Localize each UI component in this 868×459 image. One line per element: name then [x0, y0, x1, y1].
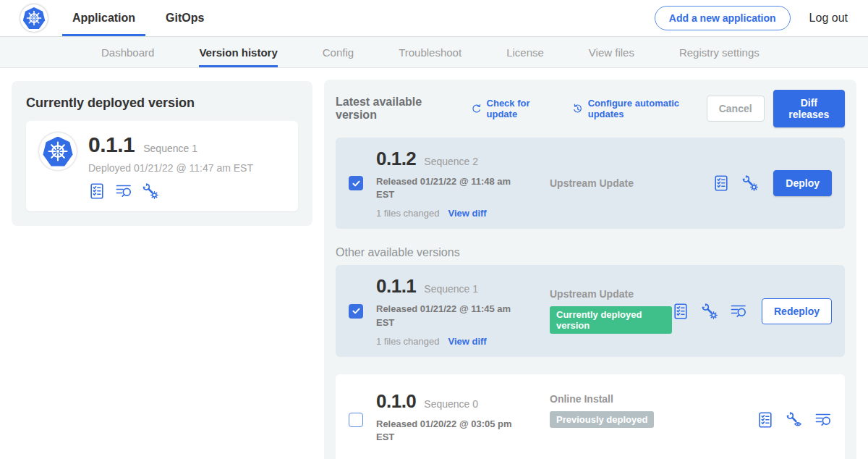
diff-releases-button[interactable]: Diff releases: [773, 90, 845, 127]
top-nav: Application GitOps Add a new application…: [0, 0, 868, 36]
edit-config-icon[interactable]: [142, 182, 159, 200]
release-notes-icon[interactable]: [712, 174, 730, 192]
version-row-0-1-0: 0.1.0 Sequence 0 Released 01/20/22 @ 03:…: [336, 374, 845, 459]
subnav-registry-settings[interactable]: Registry settings: [679, 37, 760, 67]
cancel-button[interactable]: Cancel: [707, 96, 765, 122]
tab-application[interactable]: Application: [62, 0, 145, 36]
version-source-label: Upstream Update: [550, 288, 672, 300]
available-versions-header: Latest available version Check for updat…: [336, 90, 845, 127]
files-changed-label: 1 files changed: [376, 208, 439, 219]
release-notes-icon[interactable]: [88, 182, 106, 200]
version-checkbox[interactable]: [349, 304, 363, 319]
deploy-button[interactable]: Deploy: [773, 170, 832, 196]
version-row-0-1-2: 0.1.2 Sequence 2 Released 01/21/22 @ 11:…: [336, 138, 845, 229]
configure-automatic-updates-link[interactable]: Configure automatic updates: [572, 98, 707, 119]
view-diff-link[interactable]: View diff: [448, 208, 486, 219]
deployed-sequence-label: Sequence 1: [143, 143, 197, 154]
subnav-license[interactable]: License: [506, 37, 544, 67]
refresh-icon: [471, 103, 482, 115]
release-notes-icon[interactable]: [757, 411, 774, 429]
subnav-version-history[interactable]: Version history: [199, 37, 277, 67]
top-nav-right: Add a new application Log out: [655, 6, 848, 30]
deployed-version-card: 0.1.1 Sequence 1 Deployed 01/21/22 @ 11:…: [26, 121, 298, 211]
top-nav-tabs: Application GitOps: [62, 0, 214, 36]
checkmark-icon: [351, 306, 362, 316]
redeploy-button[interactable]: Redeploy: [762, 298, 832, 324]
sequence-label: Sequence 0: [424, 398, 478, 410]
app-logo: [39, 132, 77, 170]
released-timestamp: Released 01/21/22 @ 11:48 am EST: [376, 175, 521, 201]
version-checkbox[interactable]: [349, 413, 363, 427]
preflight-results-icon[interactable]: [730, 303, 747, 320]
version-source-label: Upstream Update: [550, 177, 712, 189]
schedule-update-icon: [572, 103, 584, 115]
subnav-dashboard[interactable]: Dashboard: [101, 37, 154, 67]
version-number: 0.1.0: [376, 390, 416, 413]
add-new-application-button[interactable]: Add a new application: [655, 6, 791, 30]
previously-deployed-badge: Previously deployed: [550, 411, 654, 428]
preflight-results-icon[interactable]: [814, 411, 832, 429]
sequence-label: Sequence 1: [424, 283, 478, 295]
checkmark-icon: [351, 178, 362, 189]
subnav-troubleshoot[interactable]: Troubleshoot: [399, 37, 461, 67]
subnav-config[interactable]: Config: [323, 37, 354, 67]
kubernetes-icon: [43, 137, 73, 167]
check-for-update-link[interactable]: Check for update: [471, 98, 556, 119]
currently-deployed-badge: Currently deployed version: [550, 306, 672, 334]
preflight-results-icon[interactable]: [115, 182, 132, 200]
deployed-panel-title: Currently deployed version: [26, 96, 298, 111]
files-changed-label: 1 files changed: [376, 336, 439, 347]
tab-gitops[interactable]: GitOps: [156, 0, 214, 36]
app-logo: [20, 4, 48, 32]
view-config-icon[interactable]: [786, 411, 803, 429]
released-timestamp: Released 01/20/22 @ 03:05 pm EST: [376, 418, 521, 444]
other-versions-title: Other available versions: [336, 246, 845, 259]
kots-admin-console: Application GitOps Add a new application…: [0, 0, 868, 459]
log-out-button[interactable]: Log out: [809, 12, 848, 25]
available-versions-panel: Latest available version Check for updat…: [324, 80, 856, 459]
app-sub-nav: Dashboard Version history Config Trouble…: [0, 36, 868, 68]
version-number: 0.1.1: [376, 275, 416, 298]
released-timestamp: Released 01/21/22 @ 11:45 am EST: [376, 303, 521, 329]
edit-config-icon[interactable]: [741, 174, 759, 192]
sequence-label: Sequence 2: [424, 156, 478, 167]
kubernetes-icon: [23, 7, 46, 29]
version-number: 0.1.2: [376, 148, 416, 170]
subnav-view-files[interactable]: View files: [589, 37, 634, 67]
view-diff-link[interactable]: View diff: [448, 336, 486, 347]
deployed-version-number: 0.1.1: [88, 132, 135, 157]
currently-deployed-panel: Currently deployed version 0.1.1 Sequenc…: [12, 81, 312, 226]
deployed-timestamp: Deployed 01/21/22 @ 11:47 am EST: [88, 162, 253, 174]
version-source-label: Online Install: [550, 393, 757, 405]
version-checkbox[interactable]: [349, 176, 363, 190]
release-notes-icon[interactable]: [672, 303, 689, 320]
edit-config-icon[interactable]: [701, 303, 718, 320]
latest-available-title: Latest available version: [336, 96, 455, 122]
version-row-0-1-1: 0.1.1 Sequence 1 Released 01/21/22 @ 11:…: [336, 265, 845, 356]
